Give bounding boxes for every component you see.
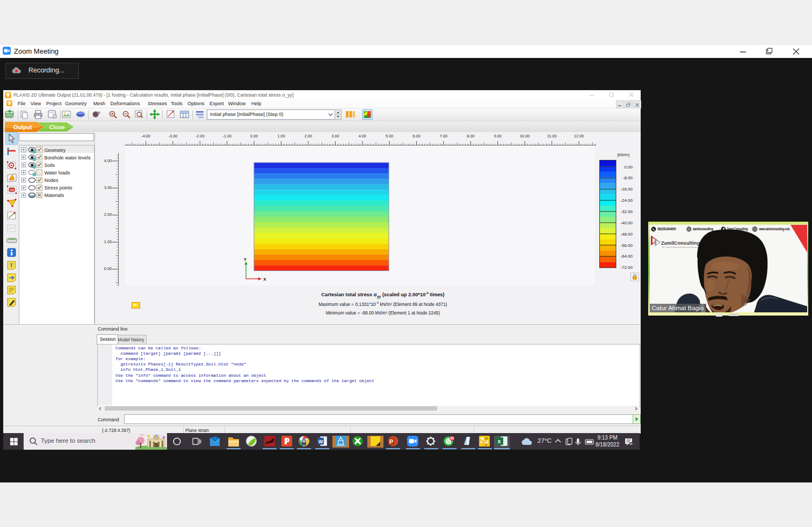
svg-text:5.00: 5.00 [386, 134, 393, 138]
svg-text:Stress points: Stress points [45, 185, 73, 191]
svg-text:Output: Output [13, 124, 32, 130]
svg-text:11.00: 11.00 [547, 134, 557, 138]
svg-text:Borehole water levels: Borehole water levels [45, 155, 91, 160]
svg-text:1.00: 1.00 [104, 239, 112, 244]
svg-text:43: 43 [450, 436, 454, 440]
svg-text:Nodes: Nodes [45, 178, 59, 183]
svg-text:W: W [318, 439, 323, 444]
svg-text:zamilconsulting: zamilconsulting [693, 227, 713, 231]
svg-text:0.00: 0.00 [624, 165, 633, 170]
svg-text:Y: Y [244, 257, 247, 262]
svg-text:-32.00: -32.00 [620, 209, 633, 214]
svg-text:-3.00: -3.00 [169, 134, 178, 138]
svg-text:-24.00: -24.00 [620, 198, 633, 203]
svg-text:12.00: 12.00 [574, 134, 584, 138]
svg-text:-48.00: -48.00 [620, 232, 633, 237]
svg-text:8.00: 8.00 [467, 134, 474, 138]
svg-text:1.00: 1.00 [277, 134, 285, 138]
svg-text:X: X [263, 277, 266, 282]
svg-text:-2.00: -2.00 [195, 134, 205, 138]
svg-text:[kN/m²]: [kN/m²] [617, 153, 629, 157]
svg-text:6.00: 6.00 [412, 134, 420, 138]
svg-text:082251404000: 082251404000 [657, 227, 676, 231]
svg-text:0.00: 0.00 [104, 266, 112, 271]
svg-text:Geometry: Geometry [45, 147, 66, 152]
svg-text:7.00: 7.00 [440, 134, 447, 138]
svg-text:3.00: 3.00 [331, 134, 339, 138]
svg-text:4.00: 4.00 [359, 134, 366, 138]
svg-text:2.00: 2.00 [104, 212, 112, 217]
svg-text:-16.00: -16.00 [620, 187, 633, 192]
svg-text:Water loads: Water loads [45, 170, 70, 175]
svg-text:10.00: 10.00 [520, 134, 530, 138]
svg-text:x: x [498, 438, 501, 444]
svg-text:T: T [10, 263, 13, 268]
svg-text:-56.00: -56.00 [620, 243, 633, 248]
svg-text:-72.00: -72.00 [620, 265, 633, 270]
svg-text:CS: CS [10, 188, 14, 192]
svg-text:Close: Close [49, 124, 65, 130]
svg-text:www.zamilconsulting.com: www.zamilconsulting.com [758, 227, 789, 231]
svg-text:9.00: 9.00 [494, 134, 502, 138]
svg-text:-40.00: -40.00 [620, 221, 633, 225]
svg-text:-4.00: -4.00 [141, 134, 150, 138]
svg-text:2.00: 2.00 [305, 134, 312, 138]
svg-text:-1.00: -1.00 [222, 134, 231, 138]
svg-text:Materials: Materials [45, 193, 64, 198]
svg-text:P: P [389, 438, 393, 445]
svg-text:-64.00: -64.00 [620, 254, 633, 259]
svg-text:4.00: 4.00 [104, 158, 112, 163]
svg-text:ZamilConsulting: ZamilConsulting [661, 239, 700, 245]
svg-text:-8.00: -8.00 [623, 175, 633, 180]
svg-text:3.00: 3.00 [104, 185, 112, 190]
svg-text:Soils: Soils [45, 162, 55, 167]
svg-text:0.00: 0.00 [250, 134, 258, 138]
